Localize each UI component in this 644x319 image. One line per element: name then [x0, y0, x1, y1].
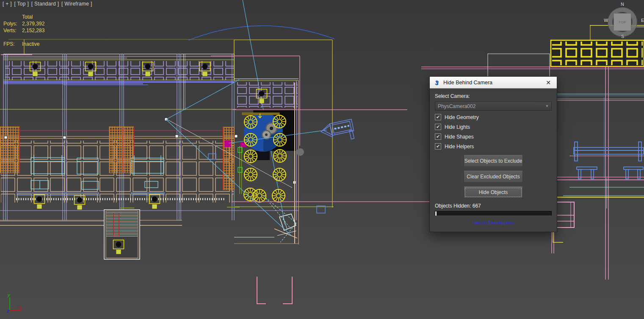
checkbox-box[interactable]: ✔	[435, 143, 441, 150]
camera-object[interactable]	[320, 119, 355, 145]
hide-behind-camera-dialog: 3 Hide Behind Camera ✕ Select Camera: Ph…	[429, 76, 557, 232]
checkbox-hide-helpers[interactable]: ✔ Hide Helpers	[435, 143, 552, 150]
staircase[interactable]	[104, 210, 140, 259]
viewcube-south[interactable]: S	[621, 34, 624, 39]
stats-polys-value: 2,379,392	[22, 21, 44, 27]
clear-excluded-objects-button[interactable]: Clear Excluded Objects	[464, 171, 523, 183]
stats-fps-value: Inactive	[22, 41, 39, 47]
stats-verts-label: Verts:	[3, 28, 17, 33]
stats-fps-label: FPS:	[3, 41, 15, 47]
pink-opening	[257, 277, 292, 304]
stats-polys-label: Polys:	[3, 21, 17, 27]
objects-hidden-status: Objects Hidden: 667	[435, 203, 552, 209]
dialog-title: Hide Behind Camera	[443, 80, 543, 86]
progress-bar	[435, 211, 552, 216]
developer-link[interactable]: Venon Developers	[435, 220, 552, 226]
checkbox-hide-shapes[interactable]: ✔ Hide Shapes	[435, 133, 552, 140]
chevron-down-icon: ▼	[545, 104, 549, 108]
close-icon[interactable]: ✕	[543, 78, 553, 87]
viewcube-north[interactable]: N	[621, 2, 624, 7]
select-camera-label: Select Camera:	[435, 93, 552, 99]
checkbox-hide-lights[interactable]: ✔ Hide Lights	[435, 124, 552, 130]
viewport-menu-shading[interactable]: [ Wireframe ]	[61, 1, 92, 7]
viewcube-east[interactable]: E	[641, 18, 644, 23]
progress-bar-fill	[435, 211, 437, 216]
select-objects-to-exclude-button[interactable]: Select Objects to Exclude	[464, 155, 523, 167]
stats-verts-value: 2,152,283	[22, 28, 44, 33]
axis-z-label: z	[6, 308, 9, 313]
discharge-funnel	[263, 196, 297, 242]
checkbox-box[interactable]: ✔	[435, 114, 441, 120]
viewport-menu-renderer[interactable]: [ Standard ]	[31, 1, 59, 7]
checkbox-label: Hide Lights	[445, 124, 470, 130]
checkbox-hide-geometry[interactable]: ✔ Hide Geometry	[435, 114, 552, 120]
camera-dropdown[interactable]: PhysCamera002 ▼	[435, 102, 552, 111]
camera-dropdown-value: PhysCamera002	[438, 103, 545, 109]
hide-objects-button[interactable]: Hide Objects	[464, 186, 523, 198]
checkbox-box[interactable]: ✔	[435, 124, 441, 130]
viewport-menu-pov[interactable]: [ Top ]	[14, 1, 29, 7]
dialog-titlebar[interactable]: 3 Hide Behind Camera ✕	[430, 77, 557, 89]
checkbox-label: Hide Helpers	[445, 144, 474, 150]
3dsmax-logo-icon: 3	[433, 79, 440, 86]
viewport-menu-general[interactable]: [ + ]	[3, 1, 12, 7]
viewcube[interactable]: TOP N S W E	[606, 3, 638, 40]
viewcube-top-face[interactable]: TOP	[614, 13, 631, 31]
checkbox-label: Hide Geometry	[445, 114, 479, 120]
sphere-helper[interactable]	[296, 148, 304, 156]
axis-gizmo: y x z	[6, 292, 22, 313]
checkbox-label: Hide Shapes	[445, 134, 474, 140]
stats-total-header: Total	[22, 14, 33, 20]
axis-y-label: y	[7, 292, 11, 297]
viewport-label: [ + ] [ Top ] [ Standard ] [ Wireframe ]	[3, 1, 93, 7]
axis-x-label: x	[19, 305, 22, 310]
viewcube-west[interactable]: W	[604, 18, 608, 23]
checkbox-box[interactable]: ✔	[435, 133, 441, 140]
